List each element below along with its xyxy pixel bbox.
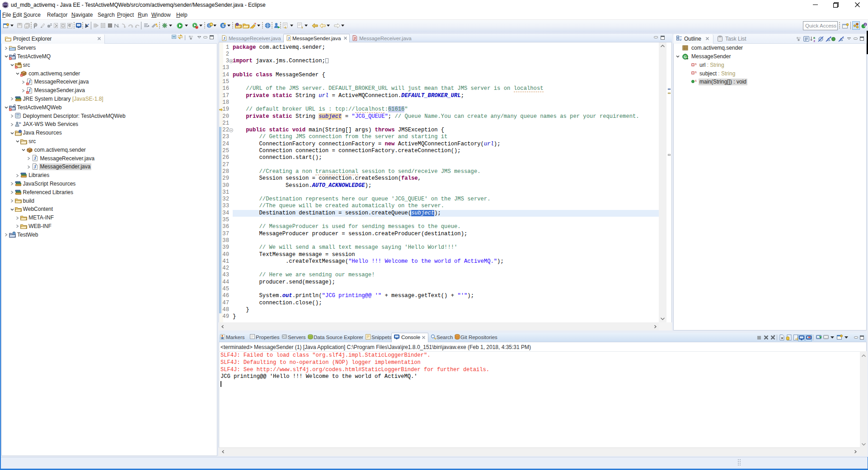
svg-text:s: s: [695, 70, 697, 74]
svg-text:s: s: [695, 62, 697, 66]
svg-text:J: J: [34, 156, 36, 161]
svg-text:z: z: [814, 39, 816, 42]
svg-text:J: J: [34, 165, 36, 169]
svg-text:G: G: [684, 55, 687, 59]
svg-text:a: a: [813, 36, 815, 39]
svg-text:s: s: [695, 79, 697, 83]
